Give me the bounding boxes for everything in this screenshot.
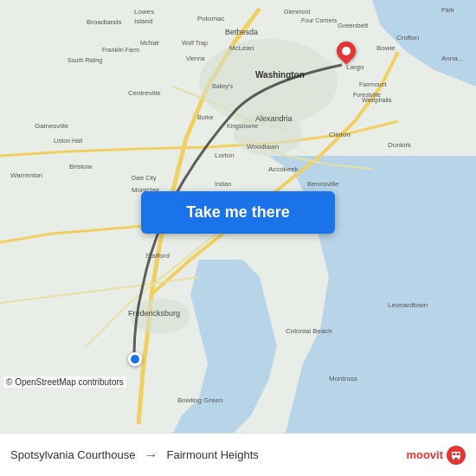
svg-text:Gainesville: Gainesville bbox=[35, 122, 69, 130]
svg-text:Washington: Washington bbox=[255, 70, 305, 80]
svg-text:Largo: Largo bbox=[346, 63, 364, 71]
svg-text:Burke: Burke bbox=[197, 114, 213, 120]
svg-text:Stafford: Stafford bbox=[145, 252, 170, 260]
map-container: Bethesda Washington Alexandria McLean Gr… bbox=[0, 0, 476, 433]
bottom-bar: Spotsylvania Courthouse → Fairmount Heig… bbox=[0, 433, 476, 476]
moovit-icon bbox=[447, 446, 466, 465]
svg-text:Warrenton: Warrenton bbox=[10, 171, 42, 179]
moovit-text: moovit bbox=[406, 448, 443, 461]
svg-text:Vienna: Vienna bbox=[186, 55, 205, 61]
arrow-icon: → bbox=[145, 447, 158, 463]
moovit-logo: moovit bbox=[406, 446, 466, 465]
svg-text:Colonial Beach: Colonial Beach bbox=[286, 327, 332, 335]
svg-text:Lowes: Lowes bbox=[134, 8, 154, 16]
svg-point-55 bbox=[453, 457, 454, 459]
svg-rect-58 bbox=[457, 453, 460, 455]
svg-text:Potomac: Potomac bbox=[197, 15, 225, 23]
svg-text:Greenbelt: Greenbelt bbox=[338, 22, 369, 29]
svg-text:Island: Island bbox=[134, 17, 152, 25]
svg-text:Four Corners: Four Corners bbox=[301, 17, 338, 23]
svg-text:Wolf Trap: Wolf Trap bbox=[182, 40, 208, 47]
svg-text:McLean: McLean bbox=[229, 44, 254, 52]
svg-text:Woodlawn: Woodlawn bbox=[247, 143, 279, 151]
map-attribution: © OpenStreetMap contributors bbox=[3, 376, 126, 388]
svg-text:Westphalia: Westphalia bbox=[362, 97, 392, 104]
destination-label: Fairmount Heights bbox=[167, 448, 259, 461]
svg-text:Centreville: Centreville bbox=[128, 89, 161, 97]
svg-text:Linton Hall: Linton Hall bbox=[54, 138, 83, 144]
svg-text:Franklin Farm: Franklin Farm bbox=[102, 47, 139, 53]
svg-text:Dale City: Dale City bbox=[132, 175, 157, 182]
origin-label: Spotsylvania Courthouse bbox=[10, 448, 136, 461]
svg-text:Indian: Indian bbox=[215, 181, 231, 187]
svg-text:Kingstowne: Kingstowne bbox=[227, 123, 258, 130]
svg-text:Bowie: Bowie bbox=[376, 44, 396, 52]
svg-text:Fairmount: Fairmount bbox=[359, 81, 387, 87]
svg-text:Alexandria: Alexandria bbox=[255, 114, 293, 123]
svg-text:Bethesda: Bethesda bbox=[225, 28, 258, 36]
svg-text:Lorton: Lorton bbox=[215, 151, 235, 159]
svg-text:Crofton: Crofton bbox=[396, 34, 419, 42]
svg-text:Anna...: Anna... bbox=[441, 55, 463, 62]
svg-point-56 bbox=[458, 457, 460, 459]
svg-text:Broadlands: Broadlands bbox=[87, 18, 121, 26]
svg-rect-57 bbox=[453, 453, 456, 455]
svg-text:McNair: McNair bbox=[140, 40, 160, 46]
svg-text:Montross: Montross bbox=[329, 375, 357, 383]
svg-text:Dunkirk: Dunkirk bbox=[388, 141, 412, 149]
svg-text:Leonardtown: Leonardtown bbox=[388, 301, 428, 309]
svg-text:Bristow: Bristow bbox=[69, 163, 92, 170]
svg-text:Park: Park bbox=[441, 7, 454, 13]
svg-text:Glenmont: Glenmont bbox=[284, 9, 310, 15]
svg-text:Clinton: Clinton bbox=[329, 131, 351, 138]
origin-marker bbox=[128, 352, 142, 366]
svg-text:Bennsville: Bennsville bbox=[307, 180, 339, 188]
svg-text:Accokeek: Accokeek bbox=[268, 165, 299, 173]
svg-text:South Riding: South Riding bbox=[68, 57, 102, 64]
svg-text:Fredericksburg: Fredericksburg bbox=[128, 309, 180, 318]
take-me-there-button[interactable]: Take me there bbox=[141, 191, 335, 234]
svg-text:Bailey's: Bailey's bbox=[212, 83, 233, 90]
svg-text:Bowling Green: Bowling Green bbox=[177, 396, 222, 404]
